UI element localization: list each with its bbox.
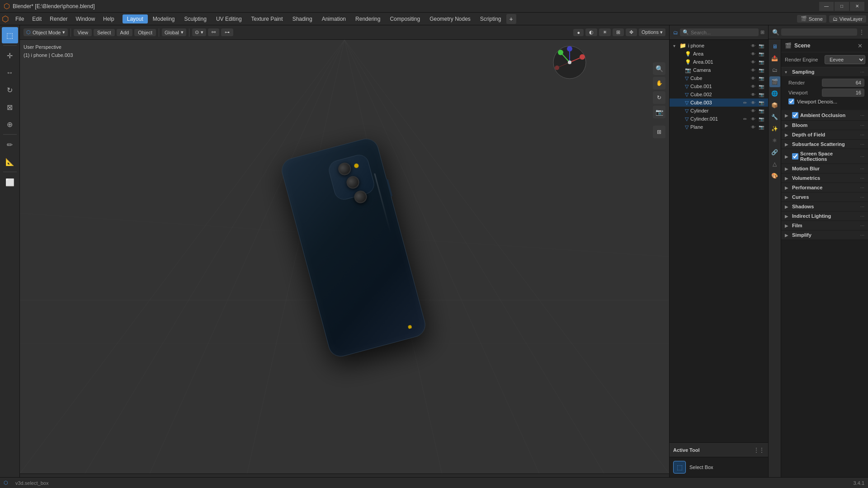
close-button[interactable]: ✕ [850, 2, 864, 11]
vis-cube002[interactable]: 👁 [750, 91, 756, 98]
viewport-shading-material[interactable]: ◐ [585, 28, 597, 36]
render-camera[interactable]: 📷 [758, 67, 764, 73]
prop-tab-render[interactable]: 🖥 [769, 41, 780, 52]
prop-tab-output[interactable]: 📤 [769, 53, 780, 64]
gizmo-pan[interactable]: ✋ [653, 77, 665, 89]
render-icon-area[interactable]: 📷 [758, 51, 764, 57]
outliner-item-cylinder001[interactable]: ▶ ▽ Cylinder.001 ✏ 👁 📷 [670, 115, 768, 123]
outliner-item-cube002[interactable]: ▶ ▽ Cube.002 👁 📷 [670, 90, 768, 99]
render-cylinder[interactable]: 📷 [758, 108, 764, 114]
view-layer-selector[interactable]: 🗂 ViewLayer [829, 15, 866, 23]
il-dots[interactable]: ··· [860, 213, 864, 219]
options-label[interactable]: Options ▾ [639, 28, 665, 36]
render-cube002[interactable]: 📷 [758, 91, 764, 98]
render-area001[interactable]: 📷 [758, 59, 764, 65]
outliner-item-area001[interactable]: ▶ 💡 Area.001 👁 📷 [670, 58, 768, 66]
vis-cube003[interactable]: 👁 [750, 99, 756, 106]
vis-cylinder001[interactable]: 👁 [750, 116, 756, 122]
outliner-filter-icon[interactable]: ⊞ [760, 29, 764, 35]
tab-scripting[interactable]: Scripting [476, 14, 506, 23]
section-shadows[interactable]: ▶ Shadows ··· [781, 202, 868, 211]
prop-tab-physics[interactable]: ⚛ [769, 135, 780, 146]
section-simplify[interactable]: ▶ Simplify ··· [781, 230, 868, 240]
tool-measure[interactable]: 📐 [2, 154, 18, 170]
section-ssr[interactable]: ▶ Screen Space Reflections ··· [781, 149, 868, 164]
sampling-dots[interactable]: ··· [860, 69, 864, 75]
gizmo-grid[interactable]: ⊞ [653, 126, 665, 138]
ao-dots[interactable]: ··· [860, 113, 864, 118]
active-tool-dots[interactable]: ⋮⋮ [754, 447, 764, 453]
section-depth-of-field[interactable]: ▶ Depth of Field ··· [781, 130, 868, 140]
viewport-shading-rendered[interactable]: ☀ [599, 28, 611, 36]
viewport-input[interactable] [822, 89, 864, 97]
curves-dots[interactable]: ··· [860, 194, 864, 200]
perf-dots[interactable]: ··· [860, 185, 864, 190]
tab-animation[interactable]: Animation [317, 14, 350, 23]
proportional-edit[interactable]: ⊶ [221, 28, 233, 36]
tab-uv-editing[interactable]: UV Editing [212, 14, 246, 23]
tab-rendering[interactable]: Rendering [351, 14, 385, 23]
outliner-item-cylinder[interactable]: ▶ ▽ Cylinder 👁 📷 [670, 107, 768, 115]
section-subsurface-scattering[interactable]: ▶ Subsurface Scattering ··· [781, 140, 868, 149]
tool-move[interactable]: ↔ [2, 65, 18, 81]
viewport[interactable]: ⬡ Object Mode ▾ View Select Add Object G… [20, 25, 669, 488]
render-icon[interactable]: 📷 [758, 42, 764, 49]
prop-tab-object[interactable]: 📦 [769, 100, 780, 111]
overlay-toggle[interactable]: ⊞ [613, 28, 624, 36]
dof-dots[interactable]: ··· [860, 132, 864, 137]
vis-cube[interactable]: 👁 [750, 75, 756, 81]
scene-selector[interactable]: 🎬 Scene [797, 15, 826, 23]
simplify-dots[interactable]: ··· [860, 232, 864, 238]
render-plane[interactable]: 📷 [758, 124, 764, 130]
outliner-search-bar[interactable]: 🔍 [680, 28, 759, 36]
minimize-button[interactable]: — [819, 2, 834, 11]
section-film[interactable]: ▶ Film ··· [781, 221, 868, 230]
tool-select-box[interactable]: ⬚ [2, 27, 18, 43]
sss-dots[interactable]: ··· [860, 141, 864, 147]
viewport-denoise-checkbox[interactable] [788, 99, 794, 104]
render-cube[interactable]: 📷 [758, 75, 764, 81]
scene-search-button[interactable]: ✕ [855, 41, 864, 50]
outliner-item-area[interactable]: ▶ 💡 Area 👁 📷 [670, 50, 768, 58]
edit-cube003[interactable]: ✏ [742, 99, 748, 106]
prop-tab-scene[interactable]: 🎬 [769, 76, 780, 87]
section-indirect-lighting[interactable]: ▶ Indirect Lighting ··· [781, 211, 868, 221]
gizmo-camera-view[interactable]: 📷 [653, 106, 665, 118]
viewport-mode-dropdown[interactable]: ⬡ Object Mode ▾ [24, 28, 68, 36]
menu-window[interactable]: Window [72, 15, 99, 23]
bloom-dots[interactable]: ··· [860, 122, 864, 128]
menu-edit[interactable]: Edit [28, 15, 45, 23]
vis-camera[interactable]: 👁 [750, 67, 756, 73]
props-search-bar[interactable] [781, 28, 857, 36]
viewport-shading-solid[interactable]: ● [573, 29, 584, 36]
prop-tab-object-data[interactable]: △ [769, 159, 780, 169]
ssr-dots[interactable]: ··· [860, 154, 864, 159]
section-volumetrics[interactable]: ▶ Volumetrics ··· [781, 174, 868, 183]
tab-geometry-nodes[interactable]: Geometry Nodes [425, 14, 475, 23]
ssr-checkbox[interactable] [792, 153, 798, 160]
outliner-item-cube003[interactable]: ▶ ▽ Cube.003 ✏ 👁 📷 [670, 99, 768, 107]
props-more-icon[interactable]: ⋮ [859, 29, 864, 35]
film-dots[interactable]: ··· [860, 223, 864, 228]
vis-area001[interactable]: 👁 [750, 59, 756, 65]
prop-tab-view-layer[interactable]: 🗂 [769, 65, 780, 75]
viewport-view-menu[interactable]: View [74, 29, 92, 36]
viewport-object-menu[interactable]: Object [134, 29, 156, 36]
prop-tab-material[interactable]: 🎨 [769, 170, 780, 181]
tab-compositing[interactable]: Compositing [385, 14, 425, 23]
prop-tab-particles[interactable]: ✨ [769, 123, 780, 134]
render-cube001[interactable]: 📷 [758, 83, 764, 89]
tab-texture-paint[interactable]: Texture Paint [247, 14, 288, 23]
viewport-canvas[interactable]: User Perspective (1) i phone | Cube.003 [20, 40, 669, 474]
tool-transform[interactable]: ⊕ [2, 116, 18, 132]
prop-tab-modifiers[interactable]: 🔧 [769, 112, 780, 122]
prop-tab-world[interactable]: 🌐 [769, 88, 780, 99]
navigation-gizmo[interactable] [552, 44, 588, 82]
vis-cylinder[interactable]: 👁 [750, 108, 756, 114]
outliner-item-plane[interactable]: ▶ ▽ Plane 👁 📷 [670, 123, 768, 131]
render-cylinder001[interactable]: 📷 [758, 116, 764, 122]
gizmo-rotate-view[interactable]: ↻ [653, 91, 665, 104]
visibility-icon[interactable]: 👁 [750, 42, 756, 49]
section-sampling[interactable]: ▾ Sampling ··· [781, 67, 868, 77]
menu-file[interactable]: File [12, 15, 28, 23]
